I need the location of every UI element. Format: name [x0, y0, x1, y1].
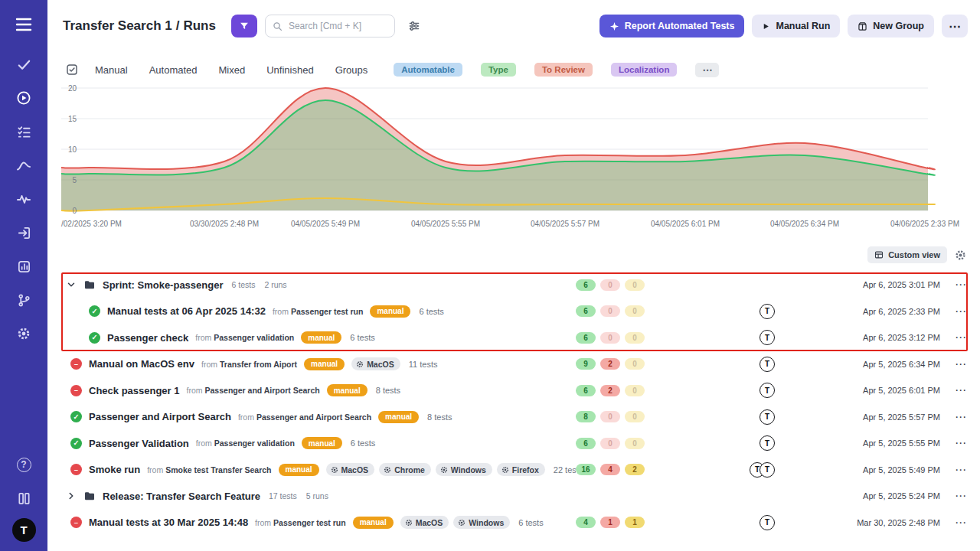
chart-svg: 05101520/02/2025 3:20 PM03/30/2025 2:48 … — [61, 84, 928, 233]
sidebar-item-tasks[interactable] — [0, 47, 47, 81]
row-more-button[interactable]: ⋯ — [940, 305, 968, 318]
row-more-button[interactable]: ⋯ — [940, 489, 968, 503]
user-avatar[interactable]: T — [760, 304, 775, 319]
table-row[interactable]: – Manual on MacOS env fromTransfer from … — [47, 351, 980, 378]
row-more-button[interactable]: ⋯ — [940, 278, 968, 292]
run-assignees: T — [649, 435, 825, 451]
failed-count-pill: 0 — [600, 279, 620, 291]
report-automated-tests-button[interactable]: Report Automated Tests — [599, 15, 745, 37]
tab-manual[interactable]: Manual — [95, 64, 128, 76]
user-avatar[interactable]: T — [760, 515, 775, 530]
tab-unfinished[interactable]: Unfinished — [266, 64, 313, 76]
sidebar-item-branches[interactable] — [0, 283, 47, 317]
table-row[interactable]: – Smoke run fromSmoke test Transfer Sear… — [47, 457, 980, 484]
app-logo[interactable]: T — [12, 518, 36, 542]
row-more-button[interactable]: ⋯ — [940, 357, 968, 371]
sidebar-item-runs[interactable] — [0, 81, 47, 115]
filter-chip-localization[interactable]: Localization — [611, 63, 677, 77]
env-chip-chrome: Chrome — [379, 463, 431, 476]
skipped-count-pill: 0 — [625, 385, 645, 396]
filter-button[interactable] — [231, 15, 257, 37]
table-row[interactable]: – Check passenger 1 fromPassenger and Ai… — [47, 377, 980, 404]
run-title[interactable]: Sprint: Smoke-passenger — [103, 279, 224, 291]
user-avatar[interactable]: T — [760, 330, 775, 345]
header-more-button[interactable]: ⋯ — [942, 15, 968, 37]
sidebar-item-reports[interactable] — [0, 249, 47, 283]
run-title[interactable]: Manual on MacOS env — [89, 358, 194, 370]
more-filters-button[interactable]: ⋯ — [695, 63, 719, 77]
run-stats: 9 2 0 — [576, 358, 649, 370]
tests-count: 11 tests — [409, 360, 438, 369]
run-title[interactable]: Check passenger 1 — [89, 385, 180, 396]
sidebar-item-test-plans[interactable] — [0, 115, 47, 148]
chevron-icon[interactable] — [66, 491, 77, 501]
run-type-badge: manual — [304, 358, 345, 370]
status-icon: – — [70, 464, 82, 475]
sidebar-item-pulse[interactable] — [0, 182, 47, 216]
failed-count-pill: 2 — [600, 358, 620, 370]
row-more-button[interactable]: ⋯ — [940, 331, 968, 344]
row-more-button[interactable]: ⋯ — [940, 410, 968, 424]
table-row[interactable]: ✓ Passenger and Airport Search fromPasse… — [47, 404, 980, 431]
breadcrumb-project[interactable]: Transfer Search 1 — [63, 18, 172, 33]
table-row[interactable]: ✓ Manual tests at 06 Apr 2025 14:32 from… — [47, 298, 980, 325]
user-avatar[interactable]: T — [760, 435, 775, 451]
table-row[interactable]: Sprint: Smoke-passenger 6 tests2 runs 6 … — [47, 272, 980, 298]
row-more-button[interactable]: ⋯ — [940, 383, 968, 397]
run-title[interactable]: Smoke run — [89, 464, 140, 475]
custom-view-button[interactable]: Custom view — [867, 246, 947, 263]
run-title[interactable]: Passenger check — [107, 332, 188, 344]
run-type-badge: manual — [370, 305, 410, 318]
tests-count: 6 tests — [419, 307, 443, 316]
table-row[interactable]: ✓ Passenger Validation fromPassenger val… — [47, 430, 980, 457]
run-title[interactable]: Manual tests at 06 Apr 2025 14:32 — [107, 305, 266, 317]
run-stats: 4 1 1 — [576, 517, 649, 528]
row-more-button[interactable]: ⋯ — [940, 463, 968, 477]
row-more-button[interactable]: ⋯ — [940, 516, 968, 530]
row-more-button[interactable]: ⋯ — [940, 436, 968, 450]
chevron-icon[interactable] — [66, 279, 77, 290]
manual-run-button[interactable]: Manual Run — [752, 15, 840, 37]
search-box[interactable] — [265, 15, 395, 37]
new-group-button[interactable]: New Group — [848, 15, 934, 37]
filter-chip-type[interactable]: Type — [481, 63, 516, 77]
tab-mixed[interactable]: Mixed — [219, 64, 246, 76]
user-avatar[interactable]: T — [760, 383, 775, 398]
filter-chip-automatable[interactable]: Automatable — [394, 63, 462, 77]
pulse-icon — [16, 191, 31, 207]
sidebar-item-import[interactable] — [0, 216, 47, 249]
run-title[interactable]: Manual tests at 30 Mar 2025 14:48 — [89, 517, 248, 528]
tab-automated[interactable]: Automated — [149, 64, 198, 76]
tab-groups[interactable]: Groups — [335, 64, 368, 76]
passed-count-pill: 8 — [576, 411, 596, 422]
user-avatar[interactable]: T — [760, 409, 775, 425]
view-settings-button[interactable] — [953, 248, 968, 262]
table-row[interactable]: ✓ Passenger check fromPassenger validati… — [47, 324, 980, 351]
menu-button[interactable] — [0, 8, 47, 41]
table-row[interactable]: Release: Transfer Search Feature 17 test… — [47, 483, 980, 510]
user-avatar[interactable]: T — [760, 357, 775, 372]
failed-count-pill: 0 — [600, 332, 620, 344]
topbar: Transfer Search 1/Runs Report Automated … — [47, 0, 980, 52]
adjustments-button[interactable] — [403, 15, 426, 37]
sidebar-item-settings[interactable] — [0, 317, 47, 350]
run-date: Apr 5, 2025 5:49 PM — [825, 465, 940, 474]
menu-icon — [15, 18, 32, 31]
run-stats: 6 0 0 — [576, 438, 649, 449]
run-assignees: T — [649, 515, 825, 530]
platform-icon — [384, 466, 391, 474]
run-stats: 6 0 0 — [576, 332, 649, 344]
view-gear-icon — [955, 249, 966, 261]
table-row[interactable]: – Manual tests at 30 Mar 2025 14:48 from… — [47, 510, 980, 536]
run-title[interactable]: Passenger and Airport Search — [89, 411, 231, 422]
filter-chip-to-review[interactable]: To Review — [534, 63, 593, 77]
sidebar-item-analytics[interactable] — [0, 148, 47, 182]
search-input[interactable] — [287, 20, 387, 32]
user-avatar[interactable]: T — [760, 462, 775, 478]
runs-table: Sprint: Smoke-passenger 6 tests2 runs 6 … — [47, 272, 980, 536]
sidebar-item-docs[interactable] — [0, 481, 47, 515]
sidebar-item-help[interactable]: ? — [0, 448, 47, 481]
run-title[interactable]: Release: Transfer Search Feature — [103, 491, 260, 502]
select-runs-icon[interactable] — [66, 64, 78, 76]
run-title[interactable]: Passenger Validation — [89, 438, 189, 449]
